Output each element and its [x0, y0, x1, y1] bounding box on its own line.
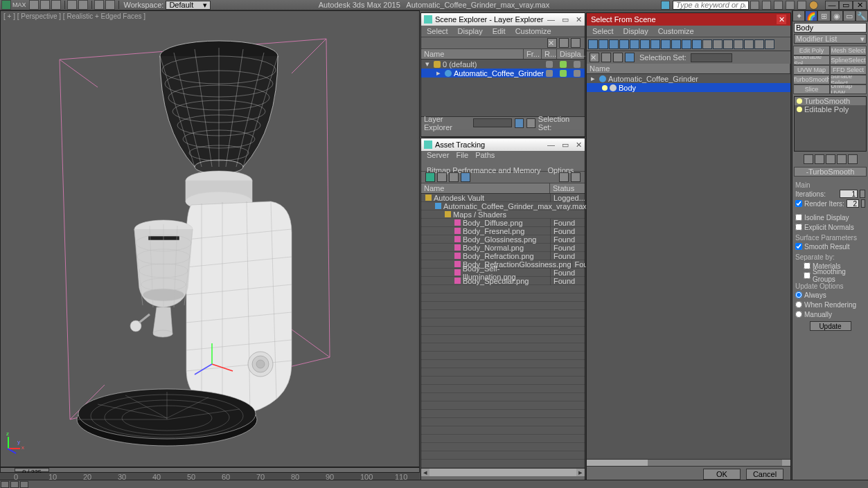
- filter-helper-icon[interactable]: [630, 39, 639, 49]
- tool4-icon[interactable]: [786, 1, 795, 10]
- lock-icon[interactable]: [571, 38, 581, 48]
- asset-row[interactable]: Body_Fresnel.pngFound: [421, 227, 585, 235]
- view-icon2[interactable]: [744, 39, 754, 49]
- hierarchy-tab-icon[interactable]: ⊞: [817, 10, 830, 21]
- materials-checkbox[interactable]: [804, 262, 811, 269]
- asset-row[interactable]: Body_Diffuse.pngFound: [421, 219, 585, 227]
- bulb-icon[interactable]: [797, 98, 802, 104]
- selection-set-dropdown[interactable]: [691, 53, 732, 62]
- rollout-header[interactable]: - TurboSmooth: [794, 167, 867, 177]
- refresh-icon[interactable]: [425, 172, 435, 182]
- asset-row[interactable]: Body_Normal.pngFound: [421, 244, 585, 252]
- project-icon[interactable]: [105, 0, 115, 10]
- info-icon[interactable]: [661, 1, 670, 10]
- close-icon[interactable]: ✕: [576, 15, 582, 24]
- at-icon6[interactable]: [571, 172, 581, 182]
- menu-select[interactable]: Select: [427, 27, 448, 35]
- remove-mod-icon[interactable]: [837, 154, 847, 164]
- modifier-button[interactable]: enderable Spl: [793, 55, 830, 65]
- find-clear-icon[interactable]: ✕: [590, 53, 599, 62]
- expand-toggle[interactable]: ▸: [436, 69, 443, 78]
- at-icon2[interactable]: [437, 172, 447, 182]
- stack-row[interactable]: Editable Poly: [795, 105, 866, 114]
- update-button[interactable]: Update: [810, 321, 851, 331]
- perspective-viewport[interactable]: x z y [ + ] [ Perspective ] [ Realistic …: [0, 10, 420, 467]
- create-tab-icon[interactable]: ✦: [792, 10, 805, 21]
- filter-xref-icon[interactable]: [661, 39, 671, 49]
- filter-all-icon[interactable]: [702, 39, 712, 49]
- minimize-button[interactable]: —: [825, 1, 839, 10]
- spinner-buttons[interactable]: [860, 190, 865, 198]
- menu-file[interactable]: File: [456, 151, 468, 159]
- display-icon[interactable]: [574, 70, 581, 77]
- maximize-icon[interactable]: ▭: [562, 141, 569, 150]
- isoline-checkbox[interactable]: [795, 214, 802, 221]
- view-icon[interactable]: [625, 53, 635, 62]
- stack-row[interactable]: TurboSmooth: [795, 97, 866, 105]
- modifier-button[interactable]: Mesh Select: [830, 46, 867, 55]
- modifier-button[interactable]: Slice: [793, 84, 830, 94]
- scene-explorer-titlebar[interactable]: Scene Explorer - Layer Explorer —▭✕: [421, 13, 585, 26]
- modifier-button[interactable]: SplineSelect: [830, 55, 867, 65]
- filter-space-icon[interactable]: [640, 39, 650, 49]
- menu-customize[interactable]: Customize: [658, 27, 694, 35]
- help-icon[interactable]: [809, 1, 818, 10]
- display-tab-icon[interactable]: ▭: [843, 10, 856, 21]
- smoothing-groups-checkbox[interactable]: [804, 272, 811, 279]
- foot-icon1[interactable]: [515, 118, 524, 128]
- filter-light-icon[interactable]: [609, 39, 619, 49]
- at-icon3[interactable]: [449, 172, 459, 182]
- utilities-tab-icon[interactable]: 🔧: [856, 10, 868, 21]
- modify-tab-icon[interactable]: 🌈: [805, 10, 817, 21]
- configure-icon[interactable]: [848, 154, 858, 164]
- tree-row[interactable]: ▸ Automatic_Coffee_Grinder: [587, 74, 790, 83]
- menu-display[interactable]: Display: [623, 27, 648, 35]
- time-slider[interactable]: 0 / 225: [0, 467, 420, 473]
- modifier-button[interactable]: UVW Map: [793, 65, 830, 75]
- display-icon[interactable]: [574, 61, 581, 68]
- view-icon1[interactable]: [734, 39, 743, 49]
- col-frozen[interactable]: Fr...: [524, 49, 542, 59]
- asset-row[interactable]: Maps / Shaders: [421, 210, 585, 219]
- scroll-right-icon[interactable]: ▸: [576, 469, 585, 476]
- view-icon3[interactable]: [754, 39, 764, 49]
- menu-customize[interactable]: Customize: [515, 27, 551, 35]
- close-button[interactable]: ✕: [853, 1, 867, 10]
- object-name-input[interactable]: Body: [794, 23, 867, 33]
- explicit-checkbox[interactable]: [795, 224, 802, 231]
- open-icon[interactable]: [40, 0, 50, 10]
- smooth-result-checkbox[interactable]: [795, 243, 802, 250]
- prompt-icon[interactable]: [20, 481, 28, 488]
- workspace-dropdown[interactable]: Default▾: [166, 1, 211, 10]
- foot-icon2[interactable]: [526, 118, 535, 128]
- motion-tab-icon[interactable]: ◉: [831, 10, 843, 21]
- find-icon[interactable]: [601, 53, 611, 62]
- asset-tracking-titlebar[interactable]: Asset Tracking —▭✕: [421, 138, 585, 151]
- filter-inv-icon[interactable]: [723, 39, 733, 49]
- view-icon4[interactable]: [765, 39, 774, 49]
- scroll-thumb[interactable]: [587, 460, 648, 466]
- modifier-button[interactable]: Unwrap UVW: [830, 84, 867, 94]
- modifier-button[interactable]: FFD Select: [830, 65, 867, 75]
- explorer-mode-dropdown[interactable]: [473, 118, 512, 127]
- filter-cont-icon[interactable]: [682, 39, 691, 49]
- col-name[interactable]: Name: [587, 64, 790, 73]
- scroll-thumb[interactable]: [429, 469, 576, 476]
- close-icon[interactable]: ✕: [576, 141, 582, 150]
- col-render[interactable]: R...: [542, 49, 557, 59]
- show-end-icon[interactable]: [815, 154, 824, 164]
- freeze-icon[interactable]: [546, 70, 553, 77]
- menu-select[interactable]: Select: [592, 27, 614, 35]
- redo-icon[interactable]: [78, 0, 88, 10]
- filter-shape-icon[interactable]: [599, 39, 608, 49]
- scroll-right-icon[interactable]: [782, 460, 790, 466]
- filter-group-icon[interactable]: [650, 39, 660, 49]
- app-menu-icon[interactable]: [1, 0, 11, 10]
- filter-none-icon[interactable]: [713, 39, 723, 49]
- asset-row[interactable]: Autodesk VaultLogged...: [421, 194, 585, 202]
- tool1-icon[interactable]: [750, 1, 759, 10]
- listener-icon[interactable]: [10, 481, 19, 488]
- close-icon[interactable]: ✕: [777, 15, 786, 24]
- menu-edit[interactable]: Edit: [493, 27, 506, 35]
- filter-cam-icon[interactable]: [619, 39, 629, 49]
